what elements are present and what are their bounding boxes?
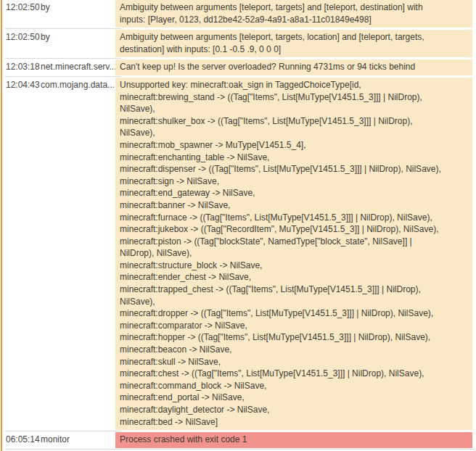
separator-line (5, 28, 121, 29)
log-row[interactable]: 12:03:18 net.minecraft.serv... Can't kee… (0, 59, 476, 75)
log-source: com.mojang.data... (41, 78, 115, 91)
log-source: by (41, 30, 115, 43)
log-row[interactable]: 06:05:14 monitor Process crashed with ex… (0, 432, 476, 448)
log-timestamp: 12:04:43 (0, 78, 36, 91)
separator-line (5, 449, 475, 450)
log-viewer: { "colors": { "accent_border": "#e89a3c"… (0, 0, 476, 451)
log-message: Ambiguity between arguments [teleport, t… (115, 0, 472, 28)
log-source: monitor (41, 432, 115, 445)
log-row[interactable]: 12:02:50 by Ambiguity between arguments … (0, 0, 476, 28)
row-separator (0, 448, 476, 450)
log-rows: 12:02:50 by Ambiguity between arguments … (0, 0, 476, 450)
log-message: Process crashed with exit code 1 (115, 432, 472, 448)
log-row[interactable]: 12:02:50 by Ambiguity between arguments … (0, 30, 476, 57)
log-row[interactable]: 12:04:43 com.mojang.data... Unsupported … (0, 78, 476, 430)
separator-line (5, 58, 121, 59)
separator-line (5, 76, 121, 77)
log-message: Ambiguity between arguments [teleport, t… (115, 30, 472, 57)
row-separator (0, 430, 476, 432)
row-separator (0, 75, 476, 78)
log-timestamp: 12:03:18 (0, 59, 36, 73)
row-separator (0, 57, 476, 59)
separator-line (5, 431, 121, 431)
log-message: Can't keep up! Is the server overloaded?… (115, 59, 472, 75)
log-message: Unsupported key: minecraft:oak_sign in T… (115, 78, 472, 430)
log-timestamp: 12:02:50 (0, 30, 36, 43)
log-source: by (41, 0, 115, 13)
row-separator (0, 28, 476, 30)
log-timestamp: 06:05:14 (0, 432, 36, 445)
log-source: net.minecraft.serv... (41, 59, 115, 73)
log-timestamp: 12:02:50 (0, 0, 36, 13)
